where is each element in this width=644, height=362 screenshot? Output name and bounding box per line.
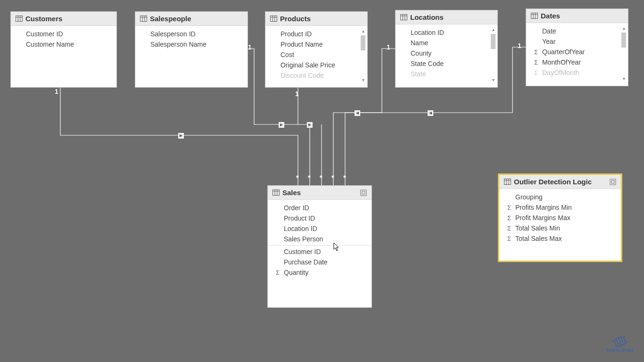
field-item[interactable]: Name: [396, 38, 497, 48]
scroll-up-icon[interactable]: ▴: [620, 25, 627, 32]
cardinality-many: *: [320, 173, 322, 181]
sigma-icon: Σ: [533, 69, 539, 76]
svg-rect-12: [401, 14, 407, 20]
sigma-icon: Σ: [274, 269, 281, 276]
table-header[interactable]: Dates: [526, 9, 628, 23]
scroll-up-icon[interactable]: ▴: [360, 28, 366, 34]
field-item[interactable]: ΣQuantity: [268, 267, 372, 278]
field-list: Date Year ΣQuarterOfYear ΣMonthOfYear ΣD…: [526, 23, 628, 84]
field-list: Salesperson ID Salesperson Name: [135, 26, 248, 53]
table-header[interactable]: Sales: [268, 186, 372, 200]
field-item[interactable]: Original Sale Price: [265, 60, 367, 70]
svg-line-34: [619, 338, 621, 345]
svg-rect-24: [361, 190, 366, 196]
field-item[interactable]: Salesperson Name: [135, 39, 248, 49]
field-item[interactable]: Customer Name: [11, 39, 116, 49]
field-item[interactable]: Product Name: [265, 39, 367, 49]
table-sales[interactable]: Sales Order ID Product ID Location ID Sa…: [267, 185, 372, 308]
table-outlier-detection-logic[interactable]: Outlier Detection Logic Grouping ΣProfit…: [499, 174, 621, 261]
table-header[interactable]: Salespeople: [135, 12, 248, 26]
svg-rect-20: [273, 189, 280, 195]
field-item[interactable]: ΣTotal Sales Min: [499, 223, 621, 233]
field-item[interactable]: State: [396, 69, 497, 79]
field-item[interactable]: ΣQuarterOfYear: [526, 47, 628, 57]
cardinality-one: 1: [55, 88, 58, 95]
svg-rect-4: [140, 16, 147, 21]
scroll-up-icon[interactable]: ▴: [490, 26, 496, 33]
sigma-icon: Σ: [506, 225, 512, 232]
table-icon: [16, 16, 23, 22]
field-item[interactable]: Customer ID: [11, 29, 116, 39]
field-item[interactable]: Order ID: [268, 203, 372, 213]
scroll-down-icon[interactable]: ▾: [490, 77, 496, 83]
field-item[interactable]: Date: [526, 26, 628, 36]
field-item[interactable]: ΣMonthOfYear: [526, 57, 628, 67]
field-item[interactable]: ΣProfits Margins Min: [499, 202, 621, 213]
cardinality-one: 1: [518, 42, 521, 49]
table-title: Outlier Detection Logic: [514, 178, 607, 186]
cardinality-one: 1: [387, 43, 390, 51]
field-item[interactable]: Location ID: [396, 27, 497, 38]
table-title: Sales: [282, 189, 357, 197]
dna-icon: [612, 337, 628, 347]
field-item[interactable]: Discount Code: [265, 70, 367, 81]
svg-line-32: [615, 342, 617, 346]
field-item[interactable]: ΣProfit Margins Max: [499, 213, 621, 223]
table-icon: [270, 16, 277, 22]
field-item[interactable]: Year: [526, 36, 628, 47]
table-header[interactable]: Customers: [11, 12, 116, 26]
table-icon: [272, 189, 280, 196]
storage-mode-icon: [360, 189, 367, 196]
svg-rect-16: [531, 13, 538, 18]
scroll-down-icon[interactable]: ▾: [620, 75, 627, 82]
field-item[interactable]: State Code: [396, 58, 497, 69]
scroll-down-icon[interactable]: ▾: [360, 77, 366, 83]
scrollbar[interactable]: ▴ ▾: [360, 28, 366, 83]
table-title: Dates: [541, 12, 623, 20]
table-icon: [400, 14, 407, 20]
scrollbar[interactable]: ▴ ▾: [620, 25, 627, 82]
field-item[interactable]: Grouping: [499, 192, 621, 202]
svg-rect-26: [504, 179, 511, 184]
scroll-thumb[interactable]: [361, 35, 365, 50]
table-header[interactable]: Products: [265, 12, 367, 26]
divider: [268, 245, 372, 246]
field-item[interactable]: Product ID: [265, 29, 367, 39]
field-item[interactable]: Cost: [265, 49, 367, 60]
field-item[interactable]: Salesperson ID: [135, 29, 248, 39]
field-list: Customer ID Customer Name: [11, 26, 116, 53]
table-products[interactable]: Products Product ID Product Name Cost Or…: [265, 11, 368, 88]
table-dates[interactable]: Dates Date Year ΣQuarterOfYear ΣMonthOfY…: [526, 8, 628, 86]
filter-direction-icon: [307, 122, 313, 128]
cardinality-one: 1: [248, 43, 252, 51]
filter-direction-icon: [428, 110, 433, 116]
table-icon: [140, 16, 147, 22]
subscribe-label: SUBSCRIBE: [606, 348, 635, 353]
sigma-icon: Σ: [533, 59, 539, 66]
field-item[interactable]: Customer ID: [268, 247, 372, 257]
table-salespeople[interactable]: Salespeople Salesperson ID Salesperson N…: [135, 11, 248, 88]
sigma-icon: Σ: [533, 49, 539, 56]
scrollbar[interactable]: ▴ ▾: [490, 26, 496, 83]
svg-line-33: [617, 340, 619, 346]
field-item[interactable]: ΣDayOfMonth: [526, 67, 628, 78]
field-item[interactable]: Location ID: [268, 223, 372, 234]
table-icon: [504, 179, 511, 185]
table-locations[interactable]: Locations Location ID Name County State …: [395, 10, 498, 88]
table-header[interactable]: Locations: [396, 10, 497, 25]
cardinality-many: *: [343, 173, 346, 181]
svg-line-35: [621, 338, 624, 344]
table-customers[interactable]: Customers Customer ID Customer Name: [10, 11, 117, 88]
filter-direction-icon: [178, 133, 184, 139]
field-item[interactable]: County: [396, 48, 497, 58]
scroll-thumb[interactable]: [621, 33, 626, 48]
table-title: Locations: [410, 13, 493, 21]
table-header[interactable]: Outlier Detection Logic: [499, 175, 621, 189]
field-item[interactable]: ΣTotal Sales Max: [499, 233, 621, 244]
field-item[interactable]: Sales Person: [268, 234, 372, 244]
scroll-thumb[interactable]: [491, 34, 495, 49]
field-item[interactable]: Purchase Date: [268, 257, 372, 267]
table-title: Customers: [25, 15, 112, 23]
filter-direction-icon: [279, 122, 284, 128]
field-item[interactable]: Product ID: [268, 213, 372, 223]
